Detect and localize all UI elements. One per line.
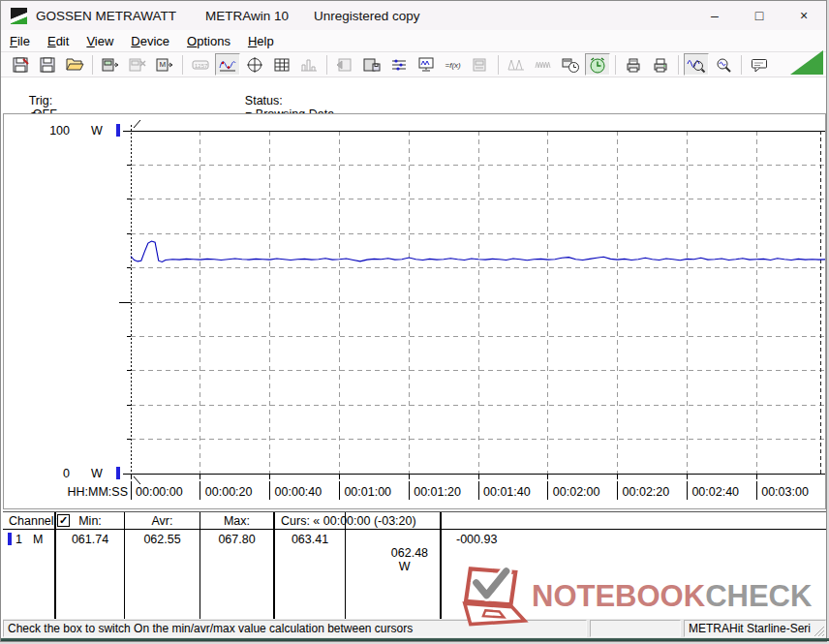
save-icon[interactable] — [8, 53, 33, 76]
print-report-icon[interactable] — [621, 53, 646, 76]
menu-device[interactable]: Device — [122, 32, 178, 50]
toolbar-separator — [92, 55, 93, 75]
menu-options[interactable]: Options — [178, 32, 239, 50]
power-line-chart[interactable]: 100W0W00:00:0000:00:2000:00:4000:01:0000… — [4, 114, 825, 508]
gmc-logo-icon — [11, 8, 27, 24]
col-header-max: Max: — [200, 514, 273, 528]
print-icon[interactable] — [648, 53, 673, 76]
title-product-name: METRAwin 10 — [205, 9, 289, 23]
channel-number: 1 — [15, 533, 22, 546]
min-value: 061.74 — [56, 533, 124, 546]
cursor-delta-value: -000.93 — [456, 533, 497, 546]
resize-corner-triangle — [790, 50, 823, 75]
avr-value: 062.55 — [125, 533, 200, 546]
x-tick-label: 00:01:00 — [344, 485, 391, 499]
svg-text:=f(x): =f(x) — [445, 61, 462, 70]
info-panel: Trig: OFF Chan: 123456789 Status: Browsi… — [1, 78, 826, 113]
window-bottom-edge — [1, 638, 829, 641]
maximize-button[interactable]: □ — [737, 1, 782, 30]
y-unit-label-bottom: W — [91, 467, 103, 480]
menu-view[interactable]: View — [77, 32, 122, 50]
cursor1-bottom-flag — [134, 476, 140, 484]
col-header-avr: Avr: — [125, 514, 200, 528]
x-axis-unit-label: HH:MM:SS — [68, 485, 129, 499]
toolbar-separator — [498, 55, 499, 75]
toolbar-separator — [741, 55, 742, 75]
y-min-label: 0 — [63, 467, 70, 480]
x-tick-label: 00:01:40 — [483, 485, 531, 499]
schedule-icon[interactable] — [558, 53, 583, 76]
y-max-label: 100 — [49, 124, 70, 138]
notebookcheck-laptop-icon — [460, 567, 532, 627]
svg-text:M: M — [160, 60, 167, 69]
col-header-cursor: Curs: « 00:00:00 (-03:20) — [281, 514, 416, 528]
spikes-view-icon — [504, 53, 529, 76]
save-as-icon[interactable] — [35, 53, 60, 76]
channel1-marker-top — [116, 124, 120, 137]
toolbar-separator — [615, 55, 616, 75]
col-header-min: Min: — [56, 514, 124, 528]
channel1-color-marker — [8, 533, 12, 545]
x-tick-label: 00:00:20 — [205, 485, 253, 499]
x-tick-label: 00:02:40 — [691, 485, 739, 499]
monitor-live-icon[interactable] — [414, 53, 439, 76]
zoom-curve-icon[interactable] — [684, 53, 709, 76]
device-clear-icon — [125, 53, 150, 76]
cursor2-value: 062.48 — [391, 546, 428, 560]
x-tick-label: 00:00:00 — [136, 485, 183, 499]
x-tick-label: 00:03:00 — [761, 485, 809, 499]
menu-bar: FileEditViewDeviceOptionsHelp — [1, 30, 826, 51]
formula-icon[interactable]: =f(x) — [441, 53, 466, 76]
channel-mode: M — [33, 533, 43, 546]
watermark-text-check: CHECK — [705, 579, 812, 613]
close-button[interactable]: × — [782, 1, 826, 30]
resize-grip-icon[interactable] — [813, 625, 825, 637]
cursor2-unit: W — [399, 560, 411, 573]
col-header-channel: Channel: — [9, 514, 57, 528]
chart-view-icon[interactable] — [215, 53, 240, 76]
titlebar: GOSSEN METRAWATT METRAwin 10 Unregistere… — [1, 1, 826, 30]
ripple-view-icon — [531, 53, 556, 76]
max-value: 067.80 — [200, 533, 273, 546]
open-icon[interactable] — [62, 53, 87, 76]
title-license-text: Unregistered copy — [314, 9, 420, 23]
menu-file[interactable]: File — [1, 32, 39, 50]
toolbar-separator — [326, 55, 327, 75]
numeric-display-icon: 1257 — [188, 53, 213, 76]
channel-settings-icon[interactable] — [386, 53, 412, 76]
annotation-icon[interactable] — [747, 53, 772, 76]
x-tick-label: 00:01:20 — [414, 485, 461, 499]
x-tick-label: 00:02:20 — [623, 485, 670, 499]
device-config-icon — [468, 53, 493, 76]
cursor1-value: 063.41 — [275, 533, 345, 546]
title-app-name: GOSSEN METRAWATT — [36, 9, 176, 23]
app-window: GOSSEN METRAWATT METRAwin 10 Unregistere… — [0, 0, 827, 642]
timer-green-icon[interactable] — [585, 53, 610, 76]
export-device-icon — [332, 53, 357, 76]
cursor1-top-flag — [134, 120, 140, 128]
minimize-button[interactable]: – — [692, 1, 737, 30]
menu-help[interactable]: Help — [239, 32, 283, 50]
x-tick-label: 00:00:40 — [275, 485, 322, 499]
memory-read-icon[interactable]: M — [152, 53, 177, 76]
table-view-icon[interactable] — [269, 53, 294, 76]
chart-panel: 100W0W00:00:0000:00:2000:00:4000:01:0000… — [3, 113, 826, 509]
y-unit-label-top: W — [91, 124, 103, 138]
toolbar: M1257=f(x) — [1, 51, 826, 77]
scope-view-icon[interactable] — [242, 53, 267, 76]
watermark-text-notebook: NOTEBOOK — [532, 579, 705, 613]
toolbar-separator — [182, 55, 183, 75]
x-tick-label: 00:02:00 — [553, 485, 600, 499]
zoom-lens-icon[interactable] — [711, 53, 736, 76]
device-store-icon[interactable] — [359, 53, 384, 76]
channel1-marker-bottom — [116, 467, 120, 479]
histogram-view-icon — [296, 53, 322, 76]
device-read-icon[interactable] — [98, 53, 123, 76]
svg-text:1257: 1257 — [195, 62, 208, 68]
notebookcheck-watermark: NOTEBOOKCHECK — [460, 567, 812, 627]
toolbar-separator — [678, 55, 679, 75]
menu-edit[interactable]: Edit — [39, 32, 77, 50]
